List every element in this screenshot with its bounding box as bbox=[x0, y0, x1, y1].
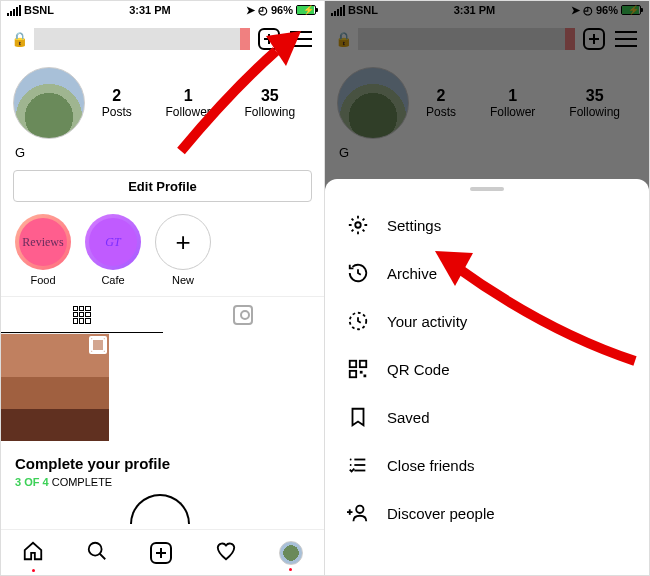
profile-tab[interactable] bbox=[279, 541, 303, 565]
battery-icon: ⚡ bbox=[296, 5, 316, 15]
grid-tab[interactable] bbox=[1, 297, 163, 333]
plus-icon bbox=[150, 542, 172, 564]
gear-icon bbox=[347, 214, 369, 236]
carrier-label: BSNL bbox=[24, 4, 54, 16]
svg-point-0 bbox=[89, 542, 102, 555]
search-tab[interactable] bbox=[86, 540, 108, 566]
grid-icon bbox=[73, 306, 91, 324]
signal-icon bbox=[7, 5, 21, 16]
edit-profile-button[interactable]: Edit Profile bbox=[13, 170, 312, 202]
home-icon bbox=[22, 540, 44, 562]
activity-icon bbox=[347, 310, 369, 332]
profile-screen: BSNL 3:31 PM ➤ ◴ 96% ⚡ 🔒 2Posts 1Followe… bbox=[1, 1, 325, 575]
menu-discover[interactable]: Discover people bbox=[325, 489, 649, 537]
list-icon bbox=[347, 454, 369, 476]
add-person-icon bbox=[347, 502, 369, 524]
create-tab[interactable] bbox=[150, 542, 172, 564]
avatar-icon bbox=[279, 541, 303, 565]
archive-icon bbox=[347, 262, 369, 284]
post-thumbnail[interactable] bbox=[1, 333, 109, 441]
heart-icon bbox=[215, 540, 237, 562]
highlight-cafe[interactable]: GTCafe bbox=[85, 214, 141, 286]
clock: 3:31 PM bbox=[129, 4, 171, 16]
tagged-tab[interactable] bbox=[163, 297, 325, 333]
lock-icon: 🔒 bbox=[11, 31, 28, 47]
svg-point-14 bbox=[350, 464, 352, 466]
tagged-icon bbox=[233, 305, 253, 325]
search-icon bbox=[86, 540, 108, 562]
svg-point-15 bbox=[356, 506, 363, 513]
annotation-arrow-menu bbox=[171, 31, 311, 161]
complete-profile-progress: 3 OF 4 COMPLETE bbox=[1, 476, 324, 494]
svg-point-13 bbox=[350, 459, 352, 461]
svg-point-3 bbox=[355, 222, 361, 228]
home-tab[interactable] bbox=[22, 540, 44, 566]
svg-rect-9 bbox=[364, 375, 367, 378]
status-bar: BSNL 3:31 PM ➤ ◴ 96% ⚡ bbox=[1, 1, 324, 19]
svg-rect-5 bbox=[350, 361, 356, 367]
highlight-new[interactable]: +New bbox=[155, 214, 211, 286]
profile-avatar[interactable] bbox=[13, 67, 85, 139]
alarm-icon: ◴ bbox=[258, 4, 268, 17]
progress-ring-partial bbox=[130, 494, 190, 524]
battery-pct: 96% bbox=[271, 4, 293, 16]
posts-stat[interactable]: 2Posts bbox=[102, 87, 132, 119]
carousel-icon bbox=[91, 338, 105, 352]
annotation-arrow-archive bbox=[425, 241, 645, 371]
menu-sheet: Settings Archive Your activity QR Code S… bbox=[325, 179, 649, 575]
menu-sheet-screen: BSNL 3:31 PM ➤ ◴ 96% ⚡ 🔒 2Posts 1Followe… bbox=[325, 1, 649, 575]
menu-saved[interactable]: Saved bbox=[325, 393, 649, 441]
svg-rect-8 bbox=[360, 371, 363, 374]
activity-tab[interactable] bbox=[215, 540, 237, 566]
location-icon: ➤ bbox=[246, 4, 255, 17]
highlight-food[interactable]: ReviewsFood bbox=[15, 214, 71, 286]
sheet-handle[interactable] bbox=[470, 187, 504, 191]
svg-rect-7 bbox=[350, 371, 356, 377]
menu-close-friends[interactable]: Close friends bbox=[325, 441, 649, 489]
svg-line-1 bbox=[100, 553, 106, 559]
qr-icon bbox=[347, 358, 369, 380]
svg-rect-6 bbox=[360, 361, 366, 367]
complete-profile-title: Complete your profile bbox=[1, 441, 324, 476]
bottom-nav bbox=[1, 529, 324, 575]
bookmark-icon bbox=[347, 406, 369, 428]
